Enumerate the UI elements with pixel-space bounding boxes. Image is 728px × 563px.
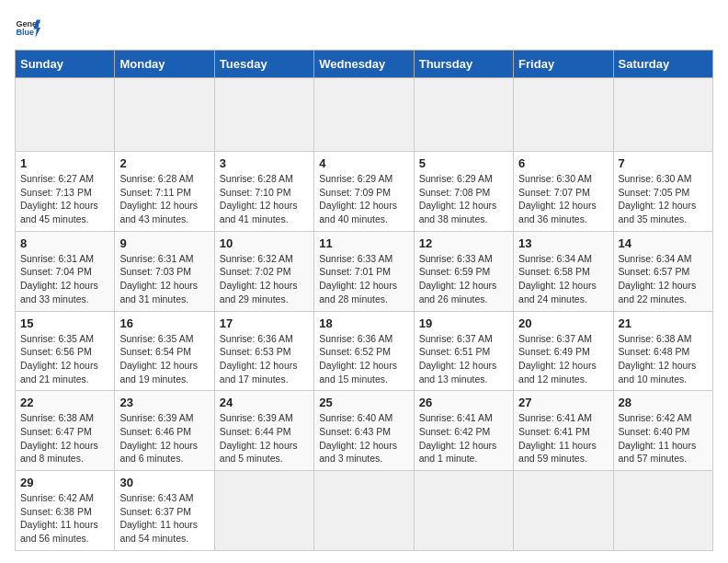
day-info: Sunrise: 6:31 AM Sunset: 7:04 PM Dayligh… [20,252,109,306]
daylight-label: Daylight: 12 hours and 36 minutes. [518,200,597,224]
day-number: 20 [518,316,608,330]
day-number: 30 [119,476,209,489]
calendar-day-cell [314,78,414,152]
day-info: Sunrise: 6:30 AM Sunset: 7:07 PM Dayligh… [518,172,608,226]
day-number: 11 [319,236,408,250]
day-number: 19 [419,316,508,330]
day-info: Sunrise: 6:29 AM Sunset: 7:09 PM Dayligh… [319,172,408,226]
calendar-day-cell: 12 Sunrise: 6:33 AM Sunset: 6:59 PM Dayl… [414,231,513,311]
day-info: Sunrise: 6:33 AM Sunset: 6:59 PM Dayligh… [419,252,508,306]
calendar-day-cell: 7 Sunrise: 6:30 AM Sunset: 7:05 PM Dayli… [613,152,712,232]
sunrise-label: Sunrise: 6:29 AM [319,173,392,184]
daylight-label: Daylight: 12 hours and 24 minutes. [518,280,597,304]
calendar-day-cell: 13 Sunrise: 6:34 AM Sunset: 6:58 PM Dayl… [514,231,613,311]
sunrise-label: Sunrise: 6:38 AM [20,412,94,423]
sunset-label: Sunset: 6:49 PM [518,346,590,357]
sunset-label: Sunset: 7:11 PM [119,187,191,198]
daylight-label: Daylight: 12 hours and 29 minutes. [220,280,298,304]
sunset-label: Sunset: 6:46 PM [119,426,191,437]
sunrise-label: Sunrise: 6:34 AM [518,253,592,264]
logo: General Blue [15,15,44,40]
sunrise-label: Sunrise: 6:31 AM [119,253,193,264]
sunrise-label: Sunrise: 6:39 AM [119,412,193,423]
daylight-label: Daylight: 12 hours and 41 minutes. [220,200,298,224]
day-info: Sunrise: 6:42 AM Sunset: 6:40 PM Dayligh… [619,411,708,465]
sunset-label: Sunset: 6:58 PM [518,266,590,277]
sunset-label: Sunset: 6:40 PM [619,426,690,437]
day-of-week-header: Monday [115,51,214,78]
calendar-day-cell: 30 Sunrise: 6:43 AM Sunset: 6:37 PM Dayl… [115,471,214,551]
daylight-label: Daylight: 12 hours and 31 minutes. [119,280,198,304]
sunrise-label: Sunrise: 6:36 AM [220,333,293,344]
calendar-day-cell: 6 Sunrise: 6:30 AM Sunset: 7:07 PM Dayli… [514,152,613,232]
calendar-day-cell [613,78,712,152]
day-info: Sunrise: 6:33 AM Sunset: 7:01 PM Dayligh… [319,252,408,306]
day-of-week-header: Saturday [613,51,712,78]
sunrise-label: Sunrise: 6:35 AM [119,333,193,344]
sunrise-label: Sunrise: 6:37 AM [419,333,493,344]
daylight-label: Daylight: 12 hours and 5 minutes. [220,440,298,465]
day-number: 14 [619,236,708,250]
sunset-label: Sunset: 7:10 PM [220,187,291,198]
day-info: Sunrise: 6:35 AM Sunset: 6:56 PM Dayligh… [20,332,109,386]
daylight-label: Daylight: 11 hours and 59 minutes. [518,440,597,465]
calendar-day-cell: 9 Sunrise: 6:31 AM Sunset: 7:03 PM Dayli… [115,231,214,311]
calendar-day-cell: 17 Sunrise: 6:36 AM Sunset: 6:53 PM Dayl… [214,311,313,391]
calendar-week-row: 8 Sunrise: 6:31 AM Sunset: 7:04 PM Dayli… [16,231,713,311]
day-of-week-header: Friday [514,51,613,78]
calendar-week-row: 22 Sunrise: 6:38 AM Sunset: 6:47 PM Dayl… [16,391,713,471]
sunrise-label: Sunrise: 6:33 AM [419,253,493,264]
daylight-label: Daylight: 12 hours and 12 minutes. [518,360,597,385]
daylight-label: Daylight: 12 hours and 17 minutes. [220,360,298,385]
sunset-label: Sunset: 6:47 PM [20,426,92,437]
sunrise-label: Sunrise: 6:41 AM [518,412,592,423]
day-info: Sunrise: 6:43 AM Sunset: 6:37 PM Dayligh… [119,491,209,546]
sunset-label: Sunset: 7:09 PM [319,187,391,198]
sunset-label: Sunset: 6:37 PM [119,506,191,517]
sunrise-label: Sunrise: 6:28 AM [119,173,193,184]
day-number: 6 [518,156,608,170]
calendar-day-cell: 22 Sunrise: 6:38 AM Sunset: 6:47 PM Dayl… [16,391,115,471]
daylight-label: Daylight: 12 hours and 45 minutes. [20,200,98,224]
day-info: Sunrise: 6:36 AM Sunset: 6:52 PM Dayligh… [319,332,408,386]
calendar-day-cell: 15 Sunrise: 6:35 AM Sunset: 6:56 PM Dayl… [16,311,115,391]
day-number: 4 [319,156,408,170]
sunrise-label: Sunrise: 6:34 AM [619,253,692,264]
calendar-day-cell: 26 Sunrise: 6:41 AM Sunset: 6:42 PM Dayl… [414,391,513,471]
daylight-label: Daylight: 12 hours and 40 minutes. [319,200,397,224]
day-number: 21 [619,316,708,330]
day-info: Sunrise: 6:37 AM Sunset: 6:49 PM Dayligh… [518,332,608,386]
day-info: Sunrise: 6:40 AM Sunset: 6:43 PM Dayligh… [319,411,408,465]
day-info: Sunrise: 6:34 AM Sunset: 6:57 PM Dayligh… [619,252,708,306]
calendar-day-cell [514,471,613,551]
calendar-day-cell: 5 Sunrise: 6:29 AM Sunset: 7:08 PM Dayli… [414,152,513,232]
day-number: 1 [20,156,109,170]
sunrise-label: Sunrise: 6:39 AM [220,412,293,423]
day-of-week-header: Tuesday [214,51,313,78]
day-number: 9 [119,236,209,250]
sunset-label: Sunset: 7:07 PM [518,187,590,198]
sunset-label: Sunset: 6:38 PM [20,506,92,517]
sunrise-label: Sunrise: 6:28 AM [220,173,293,184]
daylight-label: Daylight: 12 hours and 19 minutes. [119,360,198,385]
calendar-day-cell [16,78,115,152]
logo-icon: General Blue [15,15,40,40]
calendar-day-cell: 3 Sunrise: 6:28 AM Sunset: 7:10 PM Dayli… [214,152,313,232]
sunrise-label: Sunrise: 6:31 AM [20,253,94,264]
sunset-label: Sunset: 7:05 PM [619,187,690,198]
daylight-label: Daylight: 12 hours and 1 minute. [419,440,497,465]
day-info: Sunrise: 6:36 AM Sunset: 6:53 PM Dayligh… [220,332,309,386]
sunrise-label: Sunrise: 6:37 AM [518,333,592,344]
daylight-label: Daylight: 12 hours and 15 minutes. [319,360,397,385]
sunset-label: Sunset: 7:03 PM [119,266,191,277]
day-number: 13 [518,236,608,250]
calendar-day-cell: 18 Sunrise: 6:36 AM Sunset: 6:52 PM Dayl… [314,311,414,391]
calendar-day-cell [414,78,513,152]
sunset-label: Sunset: 7:01 PM [319,266,391,277]
sunset-label: Sunset: 6:59 PM [419,266,491,277]
daylight-label: Daylight: 12 hours and 28 minutes. [319,280,397,304]
calendar-day-cell: 10 Sunrise: 6:32 AM Sunset: 7:02 PM Dayl… [214,231,313,311]
calendar-day-cell: 25 Sunrise: 6:40 AM Sunset: 6:43 PM Dayl… [314,391,414,471]
sunrise-label: Sunrise: 6:32 AM [220,253,293,264]
calendar-day-cell [214,78,313,152]
